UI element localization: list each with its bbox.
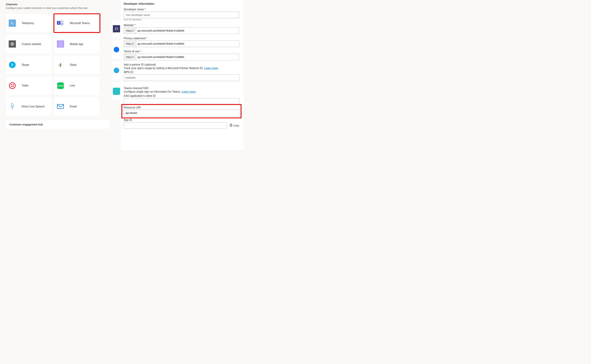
svg-rect-20 bbox=[57, 104, 64, 109]
privacy-input[interactable] bbox=[136, 41, 239, 47]
sso-desc: Configure single sign-on information for… bbox=[124, 90, 239, 93]
skype-icon: S bbox=[9, 61, 16, 68]
channel-label: Direct Line Speech bbox=[22, 105, 45, 108]
https-prefix: https:// bbox=[124, 27, 136, 34]
svg-text:S: S bbox=[11, 62, 13, 67]
channels-subtitle: Configure your copilot channels to meet … bbox=[6, 6, 109, 9]
svg-text:LINE: LINE bbox=[58, 84, 64, 87]
globe-icon bbox=[9, 40, 16, 48]
app-id-label: App ID bbox=[124, 118, 239, 122]
svg-point-22 bbox=[114, 47, 119, 52]
website-label: Website * bbox=[124, 24, 239, 27]
app-id-input[interactable] bbox=[124, 122, 227, 129]
mobile-icon bbox=[57, 40, 64, 48]
channel-card-partial[interactable] bbox=[112, 61, 121, 80]
svg-point-13 bbox=[11, 84, 12, 85]
mpn-label: MPN ID bbox=[124, 71, 239, 74]
partner-id-head: Add a partner ID (optional) bbox=[124, 63, 239, 66]
sso-head: Teams channel SSO bbox=[124, 87, 239, 90]
channel-label: Microsoft Teams bbox=[70, 22, 90, 25]
copy-button[interactable]: Copy bbox=[230, 124, 239, 128]
channels-panel: Channels Configure your copilot channels… bbox=[0, 0, 112, 150]
resource-uri-input[interactable] bbox=[124, 110, 239, 116]
svg-point-16 bbox=[13, 86, 14, 87]
channel-card-partial[interactable] bbox=[112, 19, 121, 38]
channels-title: Channels bbox=[6, 3, 109, 6]
channel-label: Mobile app bbox=[70, 42, 83, 46]
copy-icon bbox=[230, 124, 232, 128]
svg-rect-19 bbox=[12, 103, 13, 106]
channel-label: Twilio bbox=[22, 84, 28, 87]
channel-label: Skype bbox=[22, 63, 29, 66]
channel-card-email[interactable]: Email bbox=[54, 97, 100, 116]
channel-card-twilio[interactable]: Twilio bbox=[6, 76, 52, 95]
phone-icon bbox=[9, 20, 16, 27]
learn-more-link[interactable]: Learn more bbox=[204, 67, 218, 70]
resource-uri-highlight: Resource URI bbox=[123, 105, 240, 117]
learn-more-link[interactable]: Learn more bbox=[182, 90, 196, 93]
aad-client-id-label: AAD application's client ID bbox=[124, 94, 239, 98]
partner-id-desc: Track your app's usage by adding a Micro… bbox=[124, 67, 239, 70]
engagement-hub-title: Customer engagement hub bbox=[9, 123, 105, 126]
channel-card-direct-line-speech[interactable]: Direct Line Speech bbox=[6, 97, 52, 116]
microphone-icon bbox=[9, 103, 16, 110]
section-title: Developer information bbox=[124, 2, 239, 5]
svg-point-12 bbox=[9, 83, 15, 89]
svg-point-15 bbox=[11, 86, 12, 87]
channel-card-line[interactable]: LINE Line bbox=[54, 76, 100, 95]
developer-name-label: Developer name * bbox=[124, 8, 239, 11]
channel-card-skype[interactable]: S Skype bbox=[6, 55, 52, 74]
https-prefix: https:// bbox=[124, 41, 136, 47]
privacy-label: Privacy statement * bbox=[124, 37, 239, 40]
email-icon bbox=[57, 103, 64, 110]
svg-point-23 bbox=[114, 68, 119, 73]
developer-info-panel: Developer information Developer name * U… bbox=[121, 0, 243, 150]
teams-icon: T bbox=[57, 20, 64, 27]
website-input[interactable] bbox=[136, 27, 239, 34]
channel-label: Telephony bbox=[22, 22, 34, 25]
channels-grid: Telephony T Microsoft Teams Custom websi… bbox=[6, 14, 109, 116]
svg-rect-5 bbox=[59, 42, 62, 46]
aad-client-id-input[interactable] bbox=[124, 98, 239, 105]
mpn-input[interactable] bbox=[124, 74, 239, 81]
channel-card-telephony[interactable]: Telephony bbox=[6, 14, 52, 32]
developer-name-help: Up to 32 characters bbox=[124, 19, 239, 21]
channel-label: Email bbox=[70, 105, 77, 108]
channel-label: Line bbox=[70, 84, 75, 87]
slack-icon bbox=[57, 61, 64, 68]
https-prefix: https:// bbox=[124, 54, 136, 60]
customer-engagement-hub[interactable]: Customer engagement hub bbox=[6, 120, 109, 129]
line-icon: LINE bbox=[57, 82, 64, 89]
channels-overflow bbox=[112, 0, 121, 150]
channel-card-custom-website[interactable]: Custom website bbox=[6, 35, 52, 53]
svg-text:T: T bbox=[58, 22, 59, 24]
resource-uri-label: Resource URI bbox=[124, 106, 239, 109]
terms-label: Terms of use * bbox=[124, 50, 239, 53]
channel-card-partial[interactable] bbox=[112, 82, 121, 101]
channel-card-partial[interactable] bbox=[112, 40, 121, 59]
twilio-icon bbox=[9, 82, 16, 89]
channel-label: Custom website bbox=[22, 42, 41, 46]
channel-card-slack[interactable]: Slack bbox=[54, 55, 100, 74]
channel-label: Slack bbox=[70, 63, 76, 66]
developer-name-input[interactable] bbox=[124, 12, 239, 18]
channel-card-teams[interactable]: T Microsoft Teams bbox=[54, 14, 100, 32]
svg-point-14 bbox=[13, 84, 14, 85]
channel-card-mobile-app[interactable]: Mobile app bbox=[54, 35, 100, 53]
svg-point-3 bbox=[62, 21, 64, 22]
svg-point-2 bbox=[61, 20, 63, 22]
terms-input[interactable] bbox=[136, 54, 239, 60]
svg-rect-11 bbox=[60, 65, 61, 67]
